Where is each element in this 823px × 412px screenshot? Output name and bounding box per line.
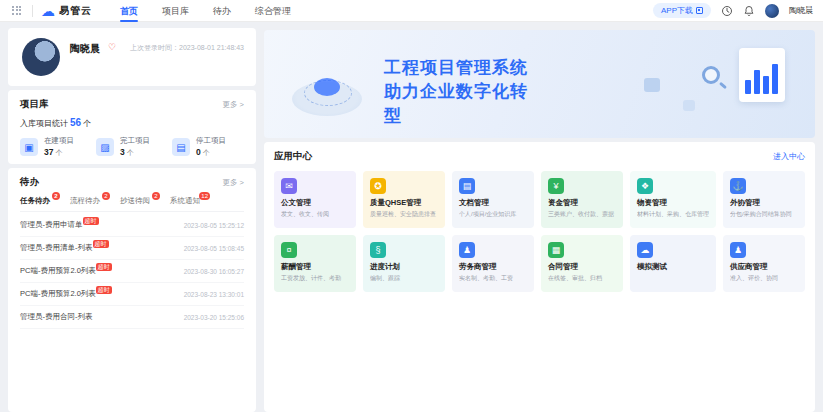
todo-title: 待办 bbox=[20, 176, 39, 189]
overdue-badge: 超时 bbox=[93, 240, 109, 248]
app-tile-name: 公文管理 bbox=[281, 198, 349, 208]
project-total-label: 入库项目统计 bbox=[20, 119, 68, 128]
todo-row-time: 2023-08-30 16:05:27 bbox=[184, 268, 244, 275]
briefcase-icon: ▣ bbox=[20, 138, 38, 156]
app-tile-materials[interactable]: ❖ 物资管理 材料计划、采购、仓库管理 bbox=[630, 171, 716, 228]
todo-row-title: PC端-费用预算2.0列表超时 bbox=[20, 266, 112, 276]
magnifier-icon bbox=[702, 66, 720, 84]
supplier-icon: ♟ bbox=[730, 242, 746, 258]
stat-value: 3 bbox=[120, 147, 125, 157]
tab-count-badge: 12 bbox=[199, 192, 210, 200]
banner-decoration bbox=[314, 78, 340, 96]
app-tile-name: 物资管理 bbox=[637, 198, 709, 208]
todo-tab-tasks[interactable]: 任务待办2 bbox=[20, 196, 58, 206]
stats-row: ▣ 在建项目 37个 ▨ 完工项目 3个 ▤ 停工项目 0个 bbox=[20, 136, 244, 158]
tab-label: 系统通知 bbox=[170, 196, 200, 205]
todo-row-time: 2023-03-20 15:25:06 bbox=[184, 314, 244, 321]
todo-row-title: 管理员-费用申请单超时 bbox=[20, 220, 99, 230]
app-tile-suppliers[interactable]: ♟ 供应商管理 准入、评价、协同 bbox=[723, 235, 805, 292]
todo-row[interactable]: 管理员-费用清单-列表超时 2023-08-05 15:08:45 bbox=[20, 237, 244, 260]
app-tile-funds[interactable]: ¥ 资金管理 三类账户、收付款、票据 bbox=[541, 171, 623, 228]
user-avatar[interactable] bbox=[765, 4, 779, 18]
document-icon: ▤ bbox=[172, 138, 190, 156]
todo-row[interactable]: PC端-费用预算2.0列表超时 2023-08-30 16:05:27 bbox=[20, 260, 244, 283]
notification-bell-icon[interactable] bbox=[743, 5, 755, 17]
overdue-badge: 超时 bbox=[83, 217, 99, 225]
app-tiles-grid: ✉ 公文管理 发文、收文、传阅 ✪ 质量QHSE管理 质量巡检、安全隐患排查 ▤… bbox=[274, 171, 805, 292]
app-download-button[interactable]: APP下载 bbox=[653, 3, 711, 18]
app-tile-desc: 编制、跟踪 bbox=[370, 274, 438, 283]
stat-unit: 个 bbox=[203, 149, 210, 156]
app-tile-schedule[interactable]: § 进度计划 编制、跟踪 bbox=[363, 235, 445, 292]
schedule-icon: § bbox=[370, 242, 386, 258]
app-tile-test[interactable]: ☁ 模拟测试 bbox=[630, 235, 716, 292]
status-heart-icon[interactable]: ♡ bbox=[108, 42, 116, 52]
stat-label: 完工项目 bbox=[120, 136, 150, 146]
nav-item-home[interactable]: 首页 bbox=[120, 0, 138, 21]
app-tile-official-docs[interactable]: ✉ 公文管理 发文、收文、传阅 bbox=[274, 171, 356, 228]
app-grid-icon[interactable] bbox=[12, 6, 22, 16]
todo-card: 待办 更多 > 任务待办2 流程待办2 抄送待阅2 系统通知12 管理员-费用申… bbox=[8, 168, 256, 412]
nav-item-todo[interactable]: 待办 bbox=[213, 0, 231, 21]
app-center-title: 应用中心 bbox=[274, 150, 312, 163]
stat-value: 0 bbox=[196, 147, 201, 157]
todo-tabs: 任务待办2 流程待办2 抄送待阅2 系统通知12 bbox=[20, 196, 244, 212]
history-clock-icon[interactable] bbox=[721, 5, 733, 17]
app-tile-contracts[interactable]: ▦ 合同管理 在线签、审批、归档 bbox=[541, 235, 623, 292]
user-profile-card: 陶晓晨 ♡ 上次登录时间：2023-08-01 21:48:43 bbox=[8, 28, 256, 86]
todo-row[interactable]: PC端-费用预算2.0列表超时 2023-08-23 13:30:01 bbox=[20, 283, 244, 306]
nav-item-projects[interactable]: 项目库 bbox=[162, 0, 189, 21]
todo-row[interactable]: 管理员-费用申请单超时 2023-08-05 15:25:12 bbox=[20, 214, 244, 237]
todo-row-text: 管理员-费用合同-列表 bbox=[20, 312, 93, 321]
materials-icon: ❖ bbox=[637, 178, 653, 194]
app-tile-desc: 发文、收文、传阅 bbox=[281, 210, 349, 219]
app-tile-name: 外协管理 bbox=[730, 198, 798, 208]
app-tile-desc: 材料计划、采购、仓库管理 bbox=[637, 210, 709, 219]
project-stats-title: 项目库 bbox=[20, 98, 49, 111]
project-stats-more-link[interactable]: 更多 > bbox=[223, 100, 244, 110]
stat-item-inprogress[interactable]: ▣ 在建项目 37个 bbox=[20, 136, 74, 158]
app-tile-documents[interactable]: ▤ 文档管理 个人/项目/企业知识库 bbox=[452, 171, 534, 228]
enter-center-link[interactable]: 进入中心 bbox=[773, 151, 805, 162]
todo-tab-cc[interactable]: 抄送待阅2 bbox=[120, 196, 158, 206]
stat-item-paused[interactable]: ▤ 停工项目 0个 bbox=[172, 136, 226, 158]
profile-name: 陶晓晨 bbox=[70, 42, 100, 56]
todo-row[interactable]: 管理员-费用合同-列表 2023-03-20 15:25:06 bbox=[20, 306, 244, 329]
app-tile-desc: 工资发放、计件、考勤 bbox=[281, 274, 349, 283]
todo-row-text: 管理员-费用申请单 bbox=[20, 220, 83, 229]
todo-more-link[interactable]: 更多 > bbox=[223, 178, 244, 188]
folder-icon: ▤ bbox=[459, 178, 475, 194]
overdue-badge: 超时 bbox=[96, 286, 112, 294]
divider bbox=[32, 5, 33, 17]
todo-row-time: 2023-08-23 13:30:01 bbox=[184, 291, 244, 298]
app-tile-desc: 个人/项目/企业知识库 bbox=[459, 210, 527, 219]
app-tile-labor[interactable]: ♟ 劳务商管理 实名制、考勤、工资 bbox=[452, 235, 534, 292]
tab-label: 流程待办 bbox=[70, 196, 100, 205]
overdue-badge: 超时 bbox=[96, 263, 112, 271]
stat-unit: 个 bbox=[127, 149, 134, 156]
hero-banner[interactable]: 工程项目管理系统 助力企业数字化转 型 bbox=[264, 30, 815, 138]
project-total-value: 56 bbox=[70, 117, 81, 128]
app-tile-desc: 分包/采购合同结算协同 bbox=[730, 210, 798, 219]
app-tile-desc: 三类账户、收付款、票据 bbox=[548, 210, 616, 219]
topbar-user-name[interactable]: 陶晓晨 bbox=[789, 5, 813, 16]
todo-tab-notifications[interactable]: 系统通知12 bbox=[170, 196, 208, 206]
app-tile-payroll[interactable]: ¤ 薪酬管理 工资发放、计件、考勤 bbox=[274, 235, 356, 292]
app-tile-name: 合同管理 bbox=[548, 262, 616, 272]
app-tile-name: 劳务商管理 bbox=[459, 262, 527, 272]
stat-item-finished[interactable]: ▨ 完工项目 3个 bbox=[96, 136, 150, 158]
profile-avatar[interactable] bbox=[22, 38, 60, 76]
banner-decoration bbox=[644, 78, 660, 92]
app-tile-name: 资金管理 bbox=[548, 198, 616, 208]
tab-count-badge: 2 bbox=[52, 192, 60, 200]
nav-item-admin[interactable]: 综合管理 bbox=[255, 0, 291, 21]
qr-code-icon bbox=[696, 7, 703, 14]
tab-count-badge: 2 bbox=[152, 192, 160, 200]
banner-title-line2: 助力企业数字化转 bbox=[384, 80, 528, 104]
app-tile-desc: 实名制、考勤、工资 bbox=[459, 274, 527, 283]
todo-tab-approvals[interactable]: 流程待办2 bbox=[70, 196, 108, 206]
topbar-right: APP下载 陶晓晨 bbox=[653, 3, 813, 18]
todo-row-title: PC端-费用预算2.0列表超时 bbox=[20, 289, 112, 299]
app-tile-outsourcing[interactable]: ⚓ 外协管理 分包/采购合同结算协同 bbox=[723, 171, 805, 228]
app-tile-qhse[interactable]: ✪ 质量QHSE管理 质量巡检、安全隐患排查 bbox=[363, 171, 445, 228]
